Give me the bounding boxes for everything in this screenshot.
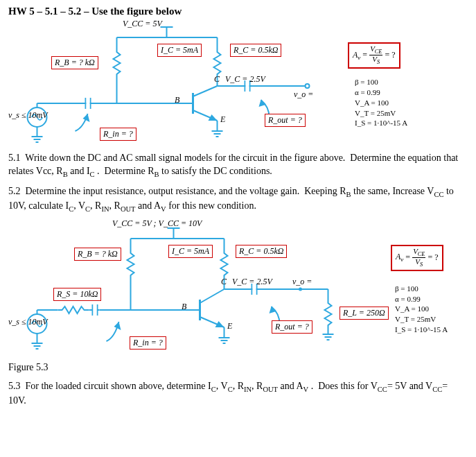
rc-box: R_C = 0.5kΩ (230, 44, 281, 57)
svg-marker-70 (270, 307, 276, 313)
circuit-figure-2: V_CC = 5V ; V_CC = 10V R_B = ? kΩ R_S = … (8, 220, 468, 359)
rout-box: R_out = ? (265, 114, 306, 127)
rin-box-2: R_in = ? (130, 336, 166, 350)
rb-box-2: R_B = ? kΩ (74, 248, 121, 261)
rc-box-2: R_C = 0.5kΩ (236, 245, 287, 258)
ic-box-2: I_C = 5mA (168, 245, 213, 258)
svg-marker-71 (114, 322, 121, 330)
svg-point-67 (299, 287, 302, 291)
vc-label-2: V_C = 2.5V (232, 277, 272, 287)
svg-marker-25 (259, 100, 266, 107)
svg-rect-42 (94, 304, 97, 316)
params-block: β = 100 α = 0.99 V_A = 100 V_T = 25mV I_… (355, 77, 407, 128)
ic-box: I_C = 5mA (157, 44, 202, 57)
node-c: C (214, 74, 220, 85)
vo-label: v_o = (294, 89, 313, 100)
node-e: E (220, 114, 225, 125)
vc-label: V_C = 2.5V (225, 74, 265, 85)
node-b-2: B (182, 302, 186, 312)
question-5-1: 5.1 Write down the DC and AC small signa… (8, 152, 468, 180)
rb-box: R_B = ? kΩ (51, 56, 98, 69)
page-title: HW 5 – 5.1 – 5.2 – Use the figure below (8, 6, 468, 17)
node-e-2: E (227, 321, 232, 331)
rout-box-2: R_out = ? (272, 320, 312, 334)
svg-line-53 (200, 317, 224, 327)
vcc-label: V_CC = 5V (123, 19, 162, 29)
node-b: B (175, 95, 179, 105)
svg-rect-6 (87, 98, 90, 109)
av-box-2: Av = VCEVS = ? (391, 245, 443, 271)
svg-line-52 (200, 289, 224, 303)
svg-marker-26 (83, 114, 90, 122)
question-5-2: 5.2 Determine the input resistance, outp… (8, 185, 468, 214)
figure-caption: Figure 5.3 (8, 361, 468, 374)
vs-label-2: v_s ≤ 10mV (8, 317, 48, 327)
question-5-3: 5.3 For the loaded circuit shown above, … (8, 380, 468, 408)
vo-label-2: v_o = (292, 277, 312, 287)
rs-box: R_S = 10kΩ (53, 288, 101, 301)
svg-point-31 (306, 84, 310, 88)
vs-label: v_s ≤ 10mV (8, 110, 48, 121)
rl-box: R_L = 250Ω (340, 307, 389, 320)
params-block-2: β = 100 α = 0.99 V_A = 100 V_T = 25mV I_… (395, 284, 448, 335)
node-c-2: C (221, 277, 227, 287)
circuit-figure-1: V_CC = 5V R_B = ? kΩ I_C = 5mA R_C = 0.5… (8, 20, 468, 145)
svg-marker-16 (209, 114, 218, 121)
rin-box: R_in = ? (100, 128, 136, 141)
av-box: Av = VCEVS = ? (348, 42, 400, 69)
svg-line-15 (193, 110, 218, 121)
vcc-label-2: V_CC = 5V ; V_CC = 10V (112, 218, 202, 229)
svg-line-14 (193, 86, 218, 96)
svg-marker-54 (215, 321, 224, 327)
